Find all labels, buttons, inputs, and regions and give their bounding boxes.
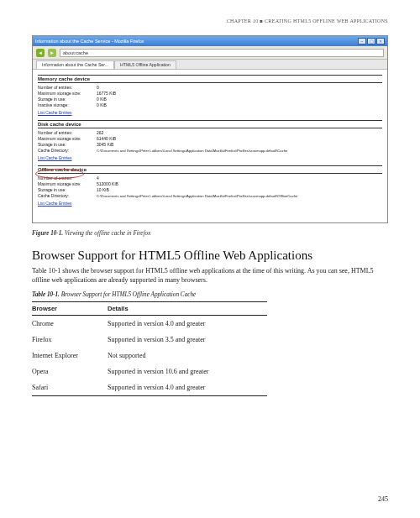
label: Number of entries: — [38, 85, 97, 91]
forward-icon: ► — [48, 49, 56, 57]
figure-caption: Figure 10-1. Viewing the offline cache i… — [32, 230, 388, 237]
cell: Supported in version 10.6 and greater — [108, 364, 267, 379]
figure-caption-text: Viewing the offline cache in Firefox — [63, 230, 150, 237]
table-caption-lead: Table 10-1. — [32, 291, 60, 298]
value: 0 — [97, 85, 99, 91]
label: Number of entries: — [38, 130, 97, 136]
table-row: OperaSupported in version 10.6 and great… — [32, 364, 267, 379]
memory-cache-rows: Number of entries:0 Maximum storage size… — [38, 85, 382, 108]
label: Storage in use: — [38, 142, 97, 148]
cell: Internet Explorer — [32, 348, 108, 364]
disk-cache-rows: Number of entries:262 Maximum storage si… — [38, 130, 382, 154]
table-header-browser: Browser — [32, 302, 108, 316]
firefox-cache-screenshot: Information about the Cache Service - Mo… — [32, 35, 388, 223]
table-header-details: Details — [108, 302, 267, 316]
cell: Opera — [32, 364, 108, 379]
label: Number of entries: — [38, 175, 97, 181]
cell: Chrome — [32, 316, 108, 332]
label: Inactive storage: — [38, 102, 97, 108]
table-row: ChromeSupported in version 4.0 and great… — [32, 316, 267, 332]
browser-tab: Information about the Cache Ser... — [36, 60, 114, 69]
table-row: SafariSupported in version 4.0 and great… — [32, 379, 267, 396]
page-number: 245 — [378, 495, 388, 503]
cell: Supported in version 4.0 and greater — [108, 316, 267, 332]
running-head: CHAPTER 10 ■ CREATING HTML5 OFFLINE WEB … — [32, 18, 388, 24]
value: 512000 KiB — [97, 181, 118, 187]
section-body: Table 10-1 shows the browser support for… — [32, 266, 388, 285]
value: 10 KiB — [97, 187, 109, 193]
cache-page-body: Memory cache device Number of entries:0 … — [33, 70, 387, 222]
back-icon: ◄ — [36, 49, 45, 57]
label: Maximum storage size: — [38, 181, 97, 187]
window-title: Information about the Cache Service - Mo… — [35, 39, 144, 44]
offline-cache-rows: Number of entries:4 Maximum storage size… — [38, 175, 382, 199]
window-titlebar: Information about the Cache Service - Mo… — [33, 36, 387, 46]
label: Maximum storage size: — [38, 136, 97, 142]
value: C:\Documents and Settings\Peter Lubbers\… — [97, 148, 287, 154]
close-icon: × — [376, 38, 385, 44]
value: 262 — [97, 130, 103, 136]
label: Maximum storage size: — [38, 91, 97, 97]
value: 0 KiB — [97, 97, 107, 102]
offline-cache-heading: Offline cache device — [38, 165, 382, 174]
browser-tab-2: HTML5 Offline Application — [114, 60, 176, 69]
maximize-icon: ▢ — [367, 38, 375, 44]
table-row: Internet ExplorerNot supported — [32, 348, 267, 364]
label: Storage in use: — [38, 97, 97, 102]
address-bar: about:cache — [60, 49, 384, 57]
value: 0 KiB — [97, 102, 107, 108]
cell: Supported in version 3.5 and greater — [108, 332, 267, 348]
browser-support-table: Browser Details ChromeSupported in versi… — [32, 301, 267, 396]
cell: Safari — [32, 379, 108, 396]
value: 3045 KiB — [97, 142, 113, 148]
label: Cache Directory: — [38, 193, 97, 199]
browser-toolbar: ◄ ► about:cache — [33, 46, 387, 60]
label: Storage in use: — [38, 187, 97, 193]
value: 4 — [97, 175, 99, 181]
table-caption-text: Browser Support for HTML5 Offline Applic… — [60, 291, 196, 298]
table-row: FirefoxSupported in version 3.5 and grea… — [32, 332, 267, 348]
value: 61440 KiB — [97, 136, 116, 142]
value: 16775 KiB — [97, 91, 116, 97]
cell: Firefox — [32, 332, 108, 348]
section-heading: Browser Support for HTML5 Offline Web Ap… — [32, 249, 388, 263]
list-cache-link: List Cache Entries — [38, 201, 72, 206]
figure-caption-lead: Figure 10-1. — [32, 230, 63, 237]
disk-cache-heading: Disk cache device — [38, 120, 382, 128]
tab-strip: Information about the Cache Ser... HTML5… — [33, 60, 387, 70]
list-cache-link: List Cache Entries — [38, 110, 72, 115]
window-controls: – ▢ × — [358, 38, 385, 44]
value: C:\Documents and Settings\Peter Lubbers\… — [97, 193, 297, 199]
table-caption: Table 10-1. Browser Support for HTML5 Of… — [32, 291, 388, 298]
cell: Not supported — [108, 348, 267, 364]
label: Cache Directory: — [38, 148, 97, 154]
cell: Supported in version 4.0 and greater — [108, 379, 267, 396]
minimize-icon: – — [358, 38, 366, 44]
list-cache-link: List Cache Entries — [38, 155, 72, 160]
memory-cache-heading: Memory cache device — [38, 75, 382, 83]
